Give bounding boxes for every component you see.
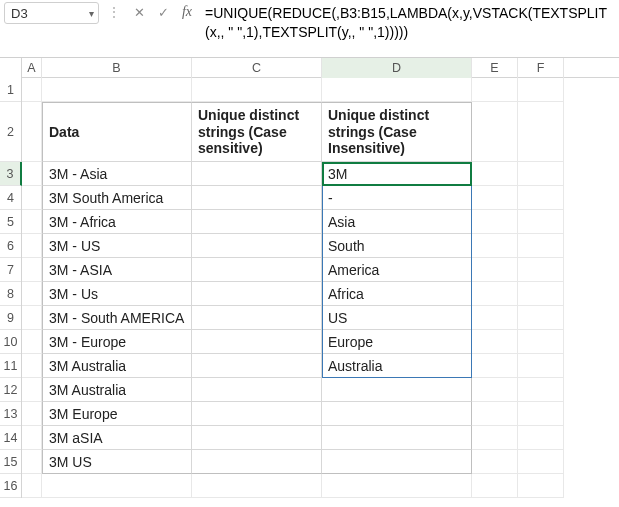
cell[interactable] bbox=[472, 234, 518, 258]
cell[interactable] bbox=[192, 306, 322, 330]
select-all-corner[interactable] bbox=[0, 58, 22, 80]
cell[interactable]: 3M - US bbox=[42, 234, 192, 258]
formula-input[interactable]: =UNIQUE(REDUCE(,B3:B15,LAMBDA(x,y,VSTACK… bbox=[201, 2, 615, 44]
row-header-16[interactable]: 16 bbox=[0, 474, 21, 498]
cell[interactable] bbox=[518, 234, 564, 258]
row-header-8[interactable]: 8 bbox=[0, 282, 21, 306]
cell[interactable] bbox=[518, 426, 564, 450]
cell[interactable] bbox=[472, 258, 518, 282]
cell[interactable] bbox=[472, 402, 518, 426]
cell[interactable]: 3M - Asia bbox=[42, 162, 192, 186]
cell[interactable] bbox=[322, 426, 472, 450]
cell[interactable] bbox=[322, 78, 472, 102]
cell[interactable] bbox=[22, 354, 42, 378]
row-header-14[interactable]: 14 bbox=[0, 426, 21, 450]
cancel-icon[interactable]: ✕ bbox=[129, 2, 149, 22]
cell[interactable] bbox=[192, 282, 322, 306]
col-header-B[interactable]: B bbox=[42, 58, 192, 80]
cell[interactable] bbox=[22, 330, 42, 354]
cell[interactable] bbox=[518, 186, 564, 210]
row-header-7[interactable]: 7 bbox=[0, 258, 21, 282]
cell[interactable] bbox=[192, 78, 322, 102]
cell[interactable] bbox=[518, 330, 564, 354]
row-header-9[interactable]: 9 bbox=[0, 306, 21, 330]
cell[interactable] bbox=[518, 78, 564, 102]
cell[interactable]: America bbox=[322, 258, 472, 282]
row-header-2[interactable]: 2 bbox=[0, 102, 21, 162]
cell[interactable] bbox=[192, 426, 322, 450]
cell[interactable] bbox=[518, 474, 564, 498]
cell[interactable] bbox=[472, 306, 518, 330]
cell[interactable]: 3M aSIA bbox=[42, 426, 192, 450]
cell[interactable] bbox=[518, 258, 564, 282]
cell[interactable]: Europe bbox=[322, 330, 472, 354]
cell[interactable] bbox=[472, 186, 518, 210]
name-box[interactable]: D3 ▾ bbox=[4, 2, 99, 24]
cell[interactable] bbox=[192, 402, 322, 426]
cell[interactable] bbox=[518, 306, 564, 330]
cell[interactable] bbox=[472, 378, 518, 402]
check-icon[interactable]: ✓ bbox=[153, 2, 173, 22]
cell[interactable] bbox=[22, 210, 42, 234]
cell[interactable]: South bbox=[322, 234, 472, 258]
cell[interactable]: 3M - Africa bbox=[42, 210, 192, 234]
cell[interactable] bbox=[192, 354, 322, 378]
row-header-12[interactable]: 12 bbox=[0, 378, 21, 402]
cell[interactable] bbox=[518, 210, 564, 234]
cell[interactable]: 3M - South AMERICA bbox=[42, 306, 192, 330]
cell[interactable] bbox=[22, 162, 42, 186]
cell[interactable]: 3M - ASIA bbox=[42, 258, 192, 282]
cell[interactable] bbox=[472, 330, 518, 354]
cell[interactable] bbox=[472, 282, 518, 306]
cell[interactable]: Australia bbox=[322, 354, 472, 378]
cell[interactable] bbox=[322, 378, 472, 402]
row-header-10[interactable]: 10 bbox=[0, 330, 21, 354]
cell[interactable] bbox=[22, 258, 42, 282]
cell[interactable] bbox=[472, 210, 518, 234]
cell[interactable]: 3M Australia bbox=[42, 378, 192, 402]
cell[interactable] bbox=[472, 474, 518, 498]
cell[interactable]: Africa bbox=[322, 282, 472, 306]
cell[interactable] bbox=[192, 186, 322, 210]
cell[interactable] bbox=[472, 426, 518, 450]
cell[interactable] bbox=[22, 402, 42, 426]
row-header-3[interactable]: 3 bbox=[0, 162, 22, 186]
cell[interactable] bbox=[472, 450, 518, 474]
cell[interactable]: Data bbox=[42, 102, 192, 162]
cell[interactable] bbox=[472, 102, 518, 162]
cell[interactable] bbox=[22, 282, 42, 306]
cell[interactable] bbox=[192, 330, 322, 354]
cells-area[interactable]: DataUnique distinct strings (Case sensit… bbox=[22, 78, 564, 498]
cell[interactable] bbox=[22, 426, 42, 450]
fx-icon[interactable]: fx bbox=[177, 2, 197, 22]
row-header-11[interactable]: 11 bbox=[0, 354, 21, 378]
cell[interactable]: 3M US bbox=[42, 450, 192, 474]
cell[interactable] bbox=[472, 162, 518, 186]
cell[interactable] bbox=[472, 78, 518, 102]
row-header-15[interactable]: 15 bbox=[0, 450, 21, 474]
cell[interactable]: 3M - Europe bbox=[42, 330, 192, 354]
cell[interactable] bbox=[518, 378, 564, 402]
cell[interactable]: US bbox=[322, 306, 472, 330]
cell[interactable] bbox=[518, 450, 564, 474]
cell[interactable] bbox=[322, 450, 472, 474]
cell[interactable] bbox=[22, 474, 42, 498]
cell[interactable]: 3M Australia bbox=[42, 354, 192, 378]
col-header-C[interactable]: C bbox=[192, 58, 322, 80]
cell[interactable] bbox=[22, 306, 42, 330]
cell[interactable] bbox=[192, 234, 322, 258]
col-header-E[interactable]: E bbox=[472, 58, 518, 80]
cell[interactable] bbox=[518, 282, 564, 306]
cell[interactable] bbox=[22, 102, 42, 162]
cell[interactable] bbox=[22, 234, 42, 258]
cell[interactable] bbox=[192, 162, 322, 186]
cell[interactable] bbox=[322, 402, 472, 426]
cell[interactable]: 3M - Us bbox=[42, 282, 192, 306]
cell[interactable] bbox=[518, 102, 564, 162]
cell[interactable] bbox=[22, 186, 42, 210]
cell[interactable] bbox=[472, 354, 518, 378]
col-header-F[interactable]: F bbox=[518, 58, 564, 80]
cell[interactable]: 3M bbox=[322, 162, 472, 186]
cell[interactable] bbox=[192, 474, 322, 498]
row-header-1[interactable]: 1 bbox=[0, 78, 21, 102]
